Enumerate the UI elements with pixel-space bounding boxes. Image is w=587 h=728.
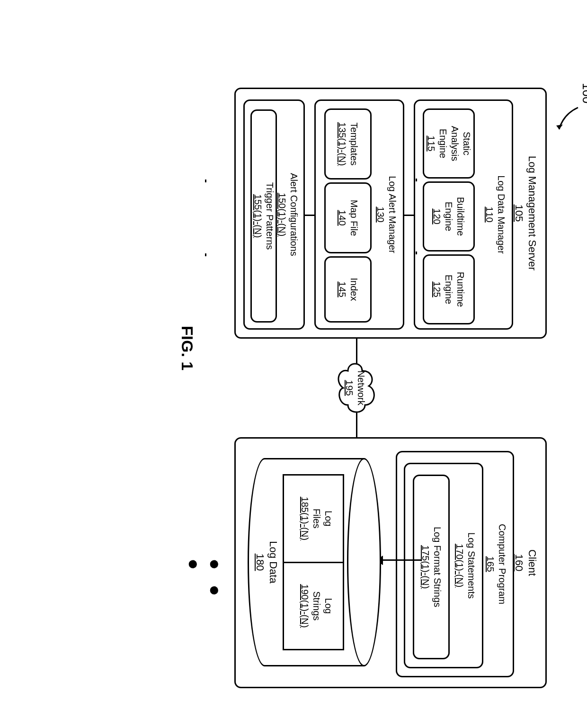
buildtime-engine: Buildtime Engine 120 xyxy=(423,181,475,252)
rte-l2: Engine xyxy=(443,275,455,304)
sae-ref: 115 xyxy=(425,135,437,151)
lstr-l2: Strings xyxy=(311,563,322,649)
lstr-ref: 190(1)-(N) xyxy=(299,563,311,649)
lam-ref: 130 xyxy=(374,101,386,328)
lf-l2: Files xyxy=(311,476,322,562)
lfs-ref: 175(1)-(N) xyxy=(419,545,431,589)
bte-l2: Engine xyxy=(443,202,455,231)
connector xyxy=(416,179,417,181)
map-file: Map File 140 xyxy=(324,182,372,253)
ac-title: Alert Configurations xyxy=(288,101,300,328)
client-ref: 160 xyxy=(513,439,526,687)
bte-l1: Buildtime xyxy=(455,197,467,236)
idx-l1: Index xyxy=(348,278,360,301)
server-title: Log Management Server xyxy=(526,89,539,337)
connector xyxy=(416,252,417,254)
connector xyxy=(205,253,206,256)
templates: Templates 135(1)-(N) xyxy=(324,108,372,180)
bte-ref: 120 xyxy=(431,208,443,224)
connector xyxy=(305,215,314,216)
static-analysis-engine: Static Analysis Engine 115 xyxy=(423,108,475,179)
mapf-l1: Map File xyxy=(348,200,360,236)
lam-title: Log Alert Manager xyxy=(386,101,398,328)
cp-ref: 165 xyxy=(484,452,496,676)
lf-l1: Log xyxy=(322,476,334,562)
log-strings: Log Strings 190(1)-(N) xyxy=(283,563,344,651)
diagram-canvas: 100 Log Management Server 105 Log Data M… xyxy=(0,88,587,609)
svg-marker-0 xyxy=(556,125,563,129)
tp-ref: 155(1)-(N) xyxy=(252,194,264,238)
idx-ref: 145 xyxy=(336,281,348,297)
tmpl-ref: 135(1)-(N) xyxy=(336,122,348,166)
lfs-l1: Log Format Strings xyxy=(431,527,443,607)
ldm-title: Log Data Manager xyxy=(495,101,507,328)
network-ref: 195 xyxy=(343,361,355,414)
mapf-ref: 140 xyxy=(336,210,348,225)
lstr-l1: Log xyxy=(322,563,334,649)
hook-arrow xyxy=(551,104,580,132)
sae-l3: Engine xyxy=(437,129,449,158)
sae-l1: Static xyxy=(461,132,472,155)
lf-ref: 185(1)-(N) xyxy=(299,476,311,562)
sae-l2: Analysis xyxy=(449,126,461,161)
ls-title: Log Statements xyxy=(465,464,477,667)
ls-ref: 170(1)-(N) xyxy=(454,464,465,667)
rte-l1: Runtime xyxy=(455,272,467,307)
alert-configurations: Alert Configurations 150(1)-(N) Trigger … xyxy=(243,99,305,330)
runtime-engine: Runtime Engine 125 xyxy=(423,254,475,324)
computer-program: Computer Program 165 Log Statements 170(… xyxy=(396,451,514,677)
log-format-strings: Log Format Strings 175(1)-(N) xyxy=(413,475,450,659)
server-ref: 105 xyxy=(513,89,526,337)
log-alert-manager: Log Alert Manager 130 Templates 135(1)-(… xyxy=(314,99,404,330)
figure-ref-100: 100 xyxy=(579,83,587,103)
network-cloud: Network 195 xyxy=(329,361,386,414)
connector xyxy=(404,215,414,216)
log-data-store: Log Files 185(1)-(N) Log Strings 190(1)-… xyxy=(249,458,381,666)
connector xyxy=(205,180,206,182)
log-statements: Log Statements 170(1)-(N) Log Format Str… xyxy=(404,463,483,668)
trigger-patterns: Trigger Patterns 155(1)-(N) xyxy=(250,109,277,323)
log-data-manager: Log Data Manager 110 Static Analysis Eng… xyxy=(414,99,513,330)
client-title: Client xyxy=(526,439,539,687)
cp-title: Computer Program xyxy=(496,452,508,676)
network-title: Network xyxy=(355,361,367,414)
log-management-server: Log Management Server 105 Log Data Manag… xyxy=(234,88,547,339)
index: Index 145 xyxy=(324,256,372,323)
tp-l1: Trigger Patterns xyxy=(264,182,276,250)
arrow-down-icon xyxy=(376,559,422,561)
logdata-title: Log Data xyxy=(267,458,280,666)
log-files: Log Files 185(1)-(N) xyxy=(283,474,344,563)
rte-ref: 125 xyxy=(431,281,443,297)
ac-ref: 150(1)-(N) xyxy=(276,101,288,328)
figure-caption: FIG. 1 xyxy=(178,88,196,609)
ldm-ref: 110 xyxy=(483,101,495,328)
logdata-ref: 180 xyxy=(254,458,267,666)
tmpl-l1: Templates xyxy=(348,122,360,165)
